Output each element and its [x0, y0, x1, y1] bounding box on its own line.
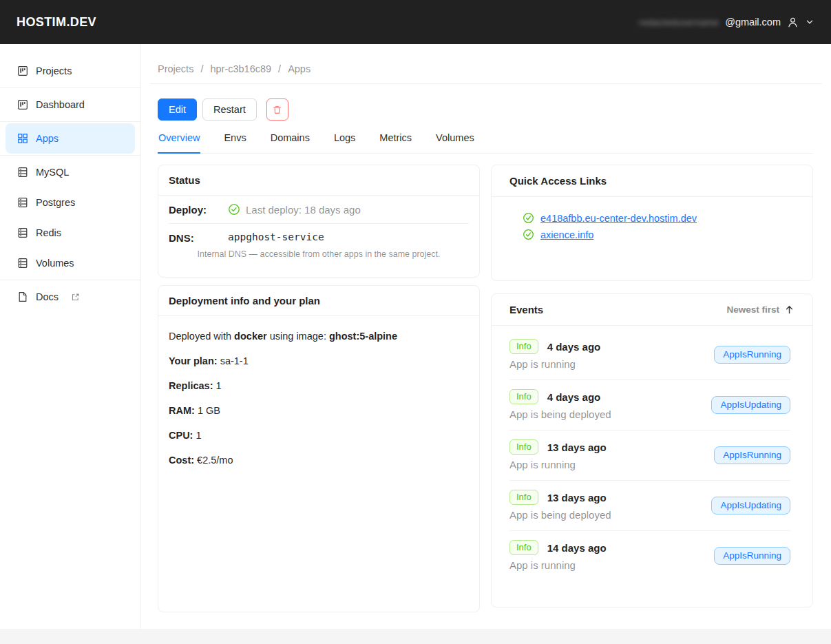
tab-logs[interactable]: Logs [333, 127, 356, 153]
tab-envs[interactable]: Envs [223, 127, 246, 153]
dns-row: DNS: appghost-service Internal DNS — acc… [169, 224, 469, 267]
breadcrumb-projects[interactable]: Projects [158, 63, 193, 74]
status-card-header: Status [158, 165, 479, 196]
tab-overview[interactable]: Overview [158, 127, 200, 154]
sidebar-item-postgres[interactable]: Postgres [6, 187, 135, 218]
row-label: Your plan: [169, 355, 218, 366]
sidebar-item-redis[interactable]: Redis [6, 218, 135, 248]
cost-row: Cost: €2.5/mo [169, 454, 469, 468]
divider [0, 155, 140, 156]
event-description: App is being deployed [509, 408, 611, 420]
ram-row: RAM: 1 GB [169, 404, 469, 418]
row-label: CPU: [169, 430, 193, 441]
file-icon [17, 291, 28, 302]
event-time: 4 days ago [547, 391, 601, 403]
app-logo: HOSTIM.DEV [17, 15, 96, 30]
chevron-down-icon [805, 17, 814, 27]
sidebar-item-mysql[interactable]: MySQL [6, 157, 135, 187]
event-row: Info 13 days ago App is running AppIsRun… [509, 430, 790, 481]
sidebar-item-projects[interactable]: Projects [6, 56, 135, 86]
sidebar-item-label: Apps [36, 133, 59, 144]
row-label: Cost: [169, 455, 194, 466]
page-footer [0, 629, 831, 644]
cpu-row: CPU: 1 [169, 429, 469, 443]
level-badge: Info [509, 339, 538, 354]
edit-button[interactable]: Edit [158, 98, 197, 121]
main-content: Projects / hpr-c3b16c89 / Apps Edit Rest… [141, 44, 831, 629]
plan-row: Your plan: sa-1-1 [169, 355, 469, 368]
dns-label: DNS: [169, 231, 228, 244]
status-badge: AppIsUpdating [711, 497, 790, 515]
sidebar-item-label: Docs [36, 291, 59, 302]
project-icon [17, 99, 28, 110]
sidebar-item-apps[interactable]: Apps [6, 123, 135, 154]
level-badge: Info [509, 439, 538, 455]
image-name: ghost:5-alpine [329, 331, 397, 342]
delete-button[interactable] [266, 98, 288, 121]
tab-domains[interactable]: Domains [270, 127, 311, 153]
external-link-icon [71, 293, 80, 302]
database-icon [17, 197, 28, 208]
replicas-row: Replicas: 1 [169, 380, 469, 393]
account-menu[interactable]: redactedusername @gmail.com [639, 17, 814, 28]
status-badge: AppIsUpdating [711, 396, 790, 414]
email-redacted: redactedusername [639, 17, 719, 28]
event-description: App is running [509, 358, 600, 370]
row-value: 1 GB [198, 405, 220, 416]
quick-access-link-row: axience.info [523, 229, 795, 240]
event-description: App is being deployed [509, 509, 611, 521]
card-title: Status [169, 174, 200, 186]
sort-toggle[interactable]: Newest first [726, 304, 795, 315]
level-badge: Info [509, 490, 538, 505]
event-row: Info 4 days ago App is being deployed Ap… [509, 380, 790, 430]
level-badge: Info [509, 389, 538, 404]
event-time: 13 days ago [547, 492, 607, 503]
sidebar-item-docs[interactable]: Docs [6, 282, 135, 312]
appstore-icon [17, 133, 28, 144]
row-value: 1 [196, 430, 201, 441]
sidebar-item-label: Dashboard [36, 99, 85, 110]
check-circle-icon [523, 212, 534, 224]
divider [0, 280, 140, 280]
database-icon [17, 167, 28, 178]
text: Deployed with [169, 331, 231, 342]
status-badge: AppIsRunning [714, 446, 790, 464]
text: using image: [270, 331, 326, 342]
breadcrumb-project-id[interactable]: hpr-c3b16c89 [210, 63, 271, 74]
row-label: Replicas: [169, 380, 213, 391]
row-value: €2.5/mo [197, 455, 233, 466]
event-row: Info 13 days ago App is being deployed A… [509, 481, 790, 531]
event-time: 13 days ago [547, 442, 607, 453]
deployment-card-header: Deployment info and your plan [158, 286, 479, 316]
sidebar-item-label: Redis [36, 227, 61, 238]
sidebar-item-label: MySQL [36, 167, 69, 178]
divider [0, 87, 140, 88]
check-circle-icon [228, 203, 240, 216]
status-card: Status Deploy: Last deploy: 18 days ago … [158, 165, 480, 278]
tab-volumes[interactable]: Volumes [435, 127, 475, 153]
restart-button[interactable]: Restart [202, 98, 257, 121]
toolbar: Edit Restart [158, 98, 813, 121]
quick-access-card-header: Quick Access Links [492, 165, 812, 197]
event-time: 4 days ago [547, 341, 601, 353]
custom-domain-link[interactable]: axience.info [540, 229, 593, 240]
tab-metrics[interactable]: Metrics [379, 127, 412, 153]
quick-access-link-row: e418afbb.eu-center-dev.hostim.dev [523, 212, 795, 224]
events-card-header: Events Newest first [492, 294, 812, 326]
level-badge: Info [509, 540, 538, 555]
user-icon [787, 17, 799, 28]
quick-access-card: Quick Access Links e418afbb.eu-center-de… [491, 165, 813, 281]
app-url-link[interactable]: e418afbb.eu-center-dev.hostim.dev [540, 213, 697, 224]
deploy-value: Last deploy: 18 days ago [246, 204, 361, 216]
row-value: 1 [216, 380, 222, 391]
sidebar: Projects Dashboard Apps MySQL Postgres R… [0, 44, 141, 629]
deploy-row: Deploy: Last deploy: 18 days ago [169, 196, 469, 224]
sidebar-item-volumes[interactable]: Volumes [6, 248, 135, 278]
event-row: Info 14 days ago App is running AppIsRun… [509, 531, 790, 581]
status-badge: AppIsRunning [714, 547, 790, 565]
dns-value: appghost-service [228, 231, 469, 242]
breadcrumb-apps: Apps [288, 63, 311, 74]
sidebar-item-dashboard[interactable]: Dashboard [6, 90, 135, 120]
breadcrumb-separator: / [278, 63, 281, 74]
database-icon [17, 227, 28, 238]
